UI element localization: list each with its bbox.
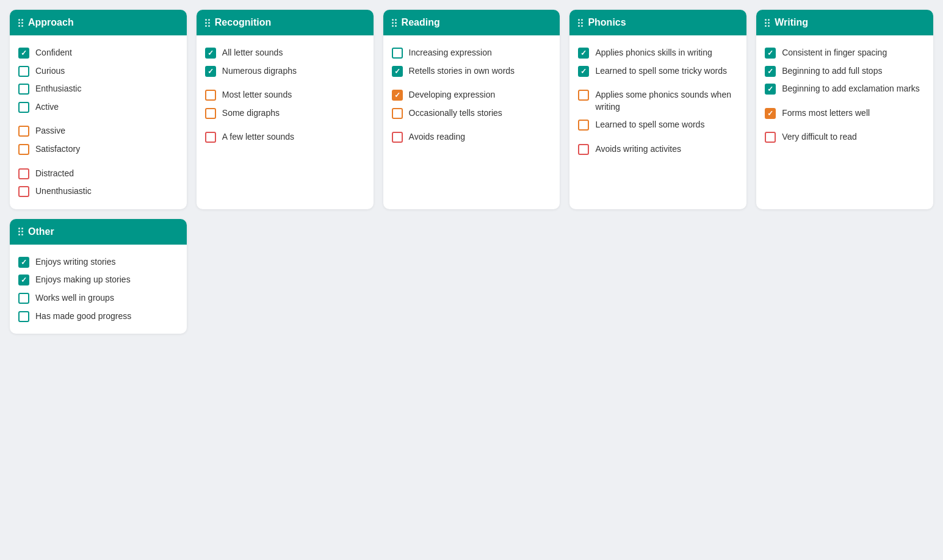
checkbox[interactable]: [578, 66, 589, 77]
list-item[interactable]: A few letter sounds: [205, 128, 365, 146]
checkbox[interactable]: [18, 102, 29, 113]
list-item[interactable]: Enjoys writing stories: [18, 253, 178, 271]
checkbox[interactable]: [18, 168, 29, 179]
list-item[interactable]: Satisfactory: [18, 140, 178, 159]
item-label: Retells stories in own words: [409, 65, 515, 77]
list-item[interactable]: Beginning to add exclamation marks: [765, 80, 925, 98]
list-item[interactable]: Numerous digraphs: [205, 62, 365, 81]
item-label: Forms most letters well: [782, 107, 870, 120]
top-grid: ApproachConfidentCuriousEnthusiasticActi…: [10, 10, 933, 209]
card-approach: ApproachConfidentCuriousEnthusiasticActi…: [10, 10, 187, 209]
card-title-writing: Writing: [775, 17, 808, 28]
list-item[interactable]: Has made good progress: [18, 307, 178, 326]
checkbox[interactable]: [18, 257, 29, 268]
list-item[interactable]: Applies phonics skills in writing: [578, 44, 738, 62]
card-reading: ReadingIncreasing expressionRetells stor…: [383, 10, 560, 209]
list-item[interactable]: Works well in groups: [18, 289, 178, 307]
list-item[interactable]: Confident: [18, 44, 178, 62]
card-body-phonics: Applies phonics skills in writingLearned…: [569, 35, 746, 167]
item-label: Curious: [35, 65, 65, 77]
checkbox[interactable]: [578, 90, 589, 101]
item-label: Distracted: [35, 168, 74, 180]
list-item[interactable]: Learned to spell some tricky words: [578, 62, 738, 81]
list-item[interactable]: Beginning to add full stops: [765, 62, 925, 81]
list-item[interactable]: Active: [18, 98, 178, 117]
item-label: Consistent in finger spacing: [782, 47, 887, 59]
list-item[interactable]: Enthusiastic: [18, 80, 178, 98]
checkbox[interactable]: [765, 84, 776, 95]
checkbox[interactable]: [578, 144, 589, 155]
drag-handle-icon[interactable]: [765, 19, 770, 27]
item-label: Passive: [35, 125, 65, 137]
checkbox[interactable]: [18, 186, 29, 197]
checkbox[interactable]: [392, 132, 403, 143]
list-item[interactable]: Enjoys making up stories: [18, 271, 178, 289]
checkbox[interactable]: [18, 84, 29, 95]
list-item[interactable]: Developing expression: [392, 86, 552, 104]
card-title-approach: Approach: [28, 17, 74, 28]
list-item[interactable]: Occasionally tells stories: [392, 104, 552, 123]
list-item[interactable]: Consistent in finger spacing: [765, 44, 925, 62]
checkbox[interactable]: [765, 48, 776, 59]
list-item[interactable]: Forms most letters well: [765, 104, 925, 123]
list-item[interactable]: Curious: [18, 62, 178, 81]
checkbox[interactable]: [578, 48, 589, 59]
list-item[interactable]: Unenthusiastic: [18, 182, 178, 201]
checkbox[interactable]: [18, 144, 29, 155]
card-title-reading: Reading: [402, 17, 440, 28]
drag-handle-icon[interactable]: [18, 19, 23, 27]
checkbox[interactable]: [18, 293, 29, 304]
list-item[interactable]: All letter sounds: [205, 44, 365, 62]
checkbox[interactable]: [18, 48, 29, 59]
list-item[interactable]: Applies some phonics sounds when writing: [578, 86, 738, 116]
drag-handle-icon[interactable]: [18, 228, 23, 235]
card-header-writing: Writing: [756, 10, 933, 35]
checkbox[interactable]: [18, 275, 29, 285]
checkbox[interactable]: [205, 108, 216, 119]
card-header-approach: Approach: [10, 10, 187, 35]
checkbox[interactable]: [765, 66, 776, 77]
list-item[interactable]: Passive: [18, 122, 178, 140]
checkbox[interactable]: [18, 126, 29, 137]
card-recognition: RecognitionAll letter soundsNumerous dig…: [197, 10, 374, 209]
list-item[interactable]: Learned to spell some words: [578, 116, 738, 134]
checkbox[interactable]: [392, 90, 403, 101]
list-item[interactable]: Retells stories in own words: [392, 62, 552, 81]
list-item[interactable]: Avoids reading: [392, 128, 552, 146]
card-header-reading: Reading: [383, 10, 560, 35]
list-item[interactable]: Most letter sounds: [205, 86, 365, 104]
drag-handle-icon[interactable]: [392, 19, 397, 27]
card-writing: WritingConsistent in finger spacingBegin…: [756, 10, 933, 209]
checkbox[interactable]: [765, 132, 776, 143]
list-item[interactable]: Some digraphs: [205, 104, 365, 123]
item-label: Unenthusiastic: [35, 185, 92, 198]
list-item[interactable]: Distracted: [18, 165, 178, 183]
drag-handle-icon[interactable]: [578, 19, 583, 27]
drag-handle-icon[interactable]: [205, 19, 210, 27]
card-body-writing: Consistent in finger spacingBeginning to…: [756, 35, 933, 155]
item-label: All letter sounds: [222, 47, 283, 59]
checkbox[interactable]: [205, 48, 216, 59]
checkbox[interactable]: [392, 66, 403, 77]
checkbox[interactable]: [205, 66, 216, 77]
card-header-other: Other: [10, 219, 187, 245]
item-label: Confident: [35, 47, 72, 59]
checkbox[interactable]: [205, 90, 216, 101]
checkbox[interactable]: [578, 120, 589, 131]
item-label: Beginning to add full stops: [782, 65, 882, 77]
item-label: Learned to spell some words: [595, 119, 704, 131]
checkbox[interactable]: [765, 108, 776, 119]
checkbox[interactable]: [18, 311, 29, 322]
list-item[interactable]: Avoids writing activites: [578, 140, 738, 159]
item-label: Has made good progress: [35, 311, 131, 323]
item-label: Developing expression: [409, 89, 496, 101]
list-item[interactable]: Very difficult to read: [765, 128, 925, 146]
checkbox[interactable]: [392, 108, 403, 119]
checkbox[interactable]: [18, 66, 29, 77]
checkbox[interactable]: [205, 132, 216, 143]
list-item[interactable]: Increasing expression: [392, 44, 552, 62]
checkbox[interactable]: [392, 48, 403, 59]
item-label: Avoids reading: [409, 131, 465, 143]
item-label: Most letter sounds: [222, 89, 292, 101]
card-title-recognition: Recognition: [215, 17, 271, 28]
